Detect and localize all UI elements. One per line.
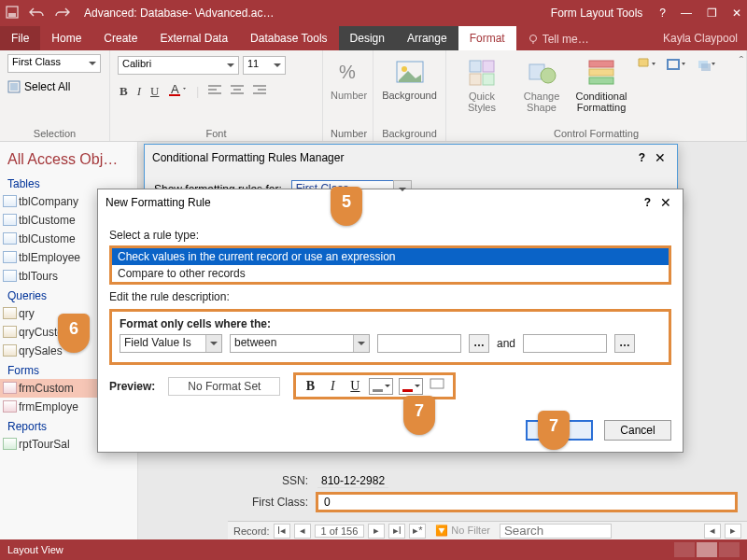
operator-combo[interactable]: between [230,334,370,353]
layout-view-button[interactable] [697,542,717,557]
title-bar: Advanced: Database- \Advanced.ac… Form L… [0,0,747,26]
conditional-formatting-button[interactable]: Conditional Formatting [573,57,629,113]
svg-text:%: % [339,62,356,82]
align-left-button[interactable] [208,84,221,99]
rule-type-option[interactable]: Check values in the current record or us… [112,248,669,265]
align-center-button[interactable] [231,84,244,99]
tab-file[interactable]: File [0,26,40,50]
save-icon[interactable] [6,6,19,21]
select-all-button[interactable]: Select All [24,80,70,93]
expression-builder-button-2[interactable]: … [614,334,635,353]
scroll-left-button[interactable]: ◂ [704,524,721,539]
view-switcher [674,542,740,557]
tab-external-data[interactable]: External Data [148,26,239,50]
preview-italic-button[interactable]: I [324,379,341,394]
tab-format[interactable]: Format [458,26,516,50]
record-prev-button[interactable]: ◂ [294,524,311,539]
underline-button[interactable]: U [150,84,159,99]
svg-rect-20 [470,61,481,72]
field-value-combo[interactable]: Field Value Is [120,334,222,353]
value-from-input[interactable] [377,334,461,353]
menu-bar: File Home Create External Data Database … [0,26,747,50]
record-last-button[interactable]: ▸I [388,524,405,539]
shape-outline-button[interactable] [663,57,689,113]
first-class-field[interactable]: 0 [317,494,736,511]
value-to-input[interactable] [523,334,607,353]
callout-5: 5 [331,187,362,226]
user-name[interactable]: Kayla Claypool [654,26,747,50]
record-next-button[interactable]: ▸ [368,524,385,539]
svg-rect-27 [589,69,613,76]
svg-point-19 [402,66,407,72]
select-all-icon [7,80,21,93]
preview-label: Preview: [109,380,155,393]
tab-home[interactable]: Home [40,26,92,50]
svg-point-25 [541,68,556,83]
align-right-button[interactable] [253,84,266,99]
tell-me[interactable]: Tell me… [516,26,600,50]
record-first-button[interactable]: I◂ [274,524,290,539]
font-size-combo[interactable]: 11 [243,56,286,75]
shape-effects-button[interactable] [693,57,719,113]
form-view-button[interactable] [674,542,695,557]
callout-6: 6 [58,314,90,353]
preview-underline-button[interactable]: U [346,379,363,394]
record-position[interactable]: 1 of 156 [315,525,365,538]
ribbon-group-selection: First Class Select All Selection [0,50,110,141]
shape-fill-button[interactable] [633,57,659,113]
design-view-button[interactable] [719,542,740,557]
form-row-first-class: First Class: 0 [233,492,736,512]
rule-type-list: Check values in the current record or us… [109,245,671,285]
filter-indicator[interactable]: 🔽 No Filter [430,525,496,537]
italic-button[interactable]: I [137,84,141,99]
font-face-combo[interactable]: Calibri [118,56,239,75]
change-shape-button[interactable]: Change Shape [514,57,570,113]
selection-combo[interactable]: First Class [7,54,101,73]
bold-button[interactable]: B [120,84,128,99]
cfm-close-button[interactable]: ✕ [651,150,669,165]
font-color-button[interactable]: A [168,82,187,101]
help-icon[interactable]: ? [659,7,666,20]
preview-bold-button[interactable]: B [302,379,318,394]
tab-design[interactable]: Design [339,26,396,50]
tab-create[interactable]: Create [92,26,148,50]
select-rule-type-label: Select a rule type: [109,223,671,245]
record-new-button[interactable]: ▸* [409,524,426,539]
percent-icon: % [331,56,365,90]
preview-fill-color-button[interactable] [369,378,393,395]
nfr-title: New Formatting Rule [106,196,639,209]
quick-access-toolbar [6,6,71,21]
svg-rect-26 [589,61,613,67]
ribbon-group-background: Background Background [374,50,446,141]
minimize-button[interactable]: — [681,7,692,20]
svg-rect-28 [589,77,613,84]
close-button[interactable]: ✕ [732,7,741,20]
ribbon-group-number: % Number Number [323,50,374,141]
nfr-help-button[interactable]: ? [639,196,656,209]
format-where-label: Format only cells where the: [120,317,661,330]
cfm-help-button[interactable]: ? [633,151,651,164]
collapse-ribbon-icon[interactable]: ˆ [740,54,743,68]
app-title: Advanced: Database- \Advanced.ac… [71,7,534,20]
quick-styles-button[interactable]: Quick Styles [454,57,510,113]
svg-rect-32 [430,379,444,388]
image-icon [393,56,427,90]
cancel-button[interactable]: Cancel [604,420,671,441]
preview-enabled-button[interactable] [429,377,447,395]
redo-icon[interactable] [54,7,71,21]
ribbon: ˆ First Class Select All Selection Calib… [0,50,747,142]
scroll-right-button[interactable]: ▸ [725,524,741,539]
form-row-ssn: SSN: 810-12-2982 [233,474,736,488]
tab-database-tools[interactable]: Database Tools [239,26,339,50]
nav-title[interactable]: All Access Obj… [0,142,137,174]
record-search-input[interactable] [500,524,612,539]
svg-rect-23 [483,74,494,85]
nfr-close-button[interactable]: ✕ [656,195,675,210]
rule-type-option[interactable]: Compare to other records [112,265,669,282]
tab-arrange[interactable]: Arrange [396,26,458,50]
undo-icon[interactable] [28,7,45,21]
svg-point-2 [529,35,536,41]
view-mode-label: Layout View [7,544,63,555]
restore-button[interactable]: ❐ [707,7,717,20]
expression-builder-button[interactable]: … [469,334,489,353]
